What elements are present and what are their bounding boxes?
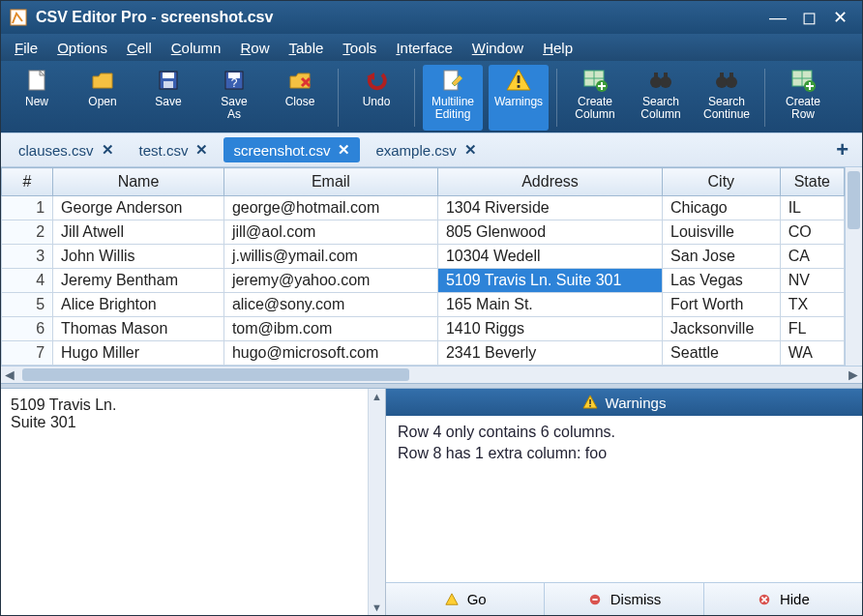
row-number-cell[interactable]: 1	[2, 196, 53, 220]
data-cell[interactable]: Alice Brighton	[53, 293, 224, 317]
menu-cell[interactable]: Cell	[119, 38, 160, 58]
search-continue-button[interactable]: SearchContinue	[697, 65, 757, 131]
data-cell[interactable]: hugo@microsoft.com	[223, 341, 437, 366]
minimize-button[interactable]: —	[763, 7, 792, 28]
tab-test-csv[interactable]: test.csv✕	[130, 137, 219, 162]
warnings-dismiss-button[interactable]: Dismiss	[544, 583, 702, 615]
data-cell[interactable]: San Jose	[663, 245, 781, 269]
data-cell[interactable]: 165 Main St.	[437, 293, 662, 317]
data-cell[interactable]: NV	[780, 269, 844, 293]
menu-column[interactable]: Column	[164, 38, 229, 58]
data-cell[interactable]: Jill Atwell	[53, 220, 224, 245]
data-cell[interactable]: 1410 Riggs	[437, 317, 662, 341]
tab-close-icon[interactable]: ✕	[464, 141, 477, 159]
data-cell[interactable]: 1304 Riverside	[437, 196, 662, 220]
data-cell[interactable]: FL	[780, 317, 844, 341]
row-number-cell[interactable]: 4	[2, 269, 53, 293]
menu-help[interactable]: Help	[535, 38, 580, 58]
data-cell[interactable]: j.willis@ymail.com	[223, 245, 437, 269]
data-cell[interactable]: IL	[780, 196, 844, 220]
column-header-address[interactable]: Address	[437, 168, 662, 196]
warnings-go-button[interactable]: Go	[386, 583, 544, 615]
warnings-hide-button[interactable]: Hide	[703, 583, 862, 615]
data-cell[interactable]: Las Vegas	[663, 269, 781, 293]
tab-example-csv[interactable]: example.csv✕	[366, 137, 486, 162]
save-button[interactable]: Save	[138, 65, 198, 131]
data-cell[interactable]: Chicago	[663, 196, 781, 220]
tab-close-icon[interactable]: ✕	[102, 141, 114, 159]
horizontal-scrollbar[interactable]: ◄►	[1, 366, 862, 383]
open-button[interactable]: Open	[73, 65, 133, 131]
menu-row[interactable]: Row	[232, 38, 277, 58]
table-row[interactable]: 7Hugo Millerhugo@microsoft.com2341 Bever…	[2, 341, 845, 366]
svg-rect-11	[518, 75, 521, 83]
row-number-cell[interactable]: 2	[2, 220, 53, 245]
close-window-button[interactable]: ✕	[825, 7, 854, 28]
data-cell[interactable]: 805 Glenwood	[437, 220, 662, 245]
create-row-button[interactable]: CreateRow	[773, 65, 833, 131]
menu-table[interactable]: Table	[281, 38, 331, 58]
row-number-cell[interactable]: 6	[2, 317, 53, 341]
tab-clauses-csv[interactable]: clauses.csv✕	[9, 137, 124, 162]
column-header-state[interactable]: State	[780, 168, 844, 196]
data-cell[interactable]: TX	[780, 293, 844, 317]
warnings-button[interactable]: Warnings	[489, 65, 549, 131]
multiline-editing-button[interactable]: MultilineEditing	[423, 65, 483, 131]
undo-button[interactable]: Undo	[346, 65, 406, 131]
save-as-button[interactable]: ?SaveAs	[204, 65, 264, 131]
data-cell[interactable]: Jacksonville	[663, 317, 781, 341]
tab-close-icon[interactable]: ✕	[338, 141, 350, 159]
row-number-cell[interactable]: 5	[2, 293, 53, 317]
data-cell[interactable]: CA	[780, 245, 844, 269]
new-button[interactable]: New	[7, 65, 67, 131]
row-number-cell[interactable]: 3	[2, 245, 53, 269]
table-row[interactable]: 3John Willisj.willis@ymail.com10304 Wede…	[2, 245, 845, 269]
maximize-button[interactable]: ◻	[794, 7, 823, 28]
search-column-button[interactable]: SearchColumn	[631, 65, 691, 131]
add-tab-button[interactable]: +	[830, 137, 854, 162]
data-cell[interactable]: Jeremy Bentham	[53, 269, 224, 293]
data-cell[interactable]: WA	[780, 341, 844, 366]
data-cell[interactable]: jill@aol.com	[223, 220, 437, 245]
column-header-#[interactable]: #	[2, 168, 53, 196]
bottom-panes: 5109 Travis Ln. Suite 301 ▲▼ Warnings Ro…	[1, 389, 862, 615]
menu-window[interactable]: Window	[464, 38, 531, 58]
row-number-cell[interactable]: 7	[2, 341, 53, 366]
column-header-name[interactable]: Name	[53, 168, 224, 196]
vertical-scrollbar[interactable]	[845, 167, 862, 366]
table-row[interactable]: 5Alice Brightonalice@sony.com165 Main St…	[2, 293, 845, 317]
data-cell[interactable]: John Willis	[53, 245, 224, 269]
data-cell[interactable]: george@hotmail.com	[223, 196, 437, 220]
data-cell[interactable]: 10304 Wedell	[437, 245, 662, 269]
tab-screenshot-csv[interactable]: screenshot.csv✕	[223, 137, 360, 162]
tab-close-icon[interactable]: ✕	[195, 141, 208, 159]
data-cell[interactable]: jeremy@yahoo.com	[223, 269, 437, 293]
data-cell[interactable]: George Anderson	[53, 196, 224, 220]
column-header-email[interactable]: Email	[223, 168, 437, 196]
menu-interface[interactable]: Interface	[388, 38, 460, 58]
grid-area: #NameEmailAddressCityState1George Anders…	[1, 167, 862, 366]
menu-tools[interactable]: Tools	[335, 38, 384, 58]
data-cell[interactable]: CO	[780, 220, 844, 245]
column-header-city[interactable]: City	[663, 168, 781, 196]
tab-label: screenshot.csv	[233, 142, 330, 159]
data-cell[interactable]: Fort Worth	[663, 293, 781, 317]
data-cell[interactable]: 2341 Beverly	[437, 341, 662, 366]
table-row[interactable]: 1George Andersongeorge@hotmail.com1304 R…	[2, 196, 845, 220]
data-cell[interactable]: alice@sony.com	[223, 293, 437, 317]
table-row[interactable]: 2Jill Atwelljill@aol.com805 GlenwoodLoui…	[2, 220, 845, 245]
data-cell[interactable]: tom@ibm.com	[223, 317, 437, 341]
data-grid[interactable]: #NameEmailAddressCityState1George Anders…	[1, 167, 845, 366]
menu-options[interactable]: Options	[49, 38, 115, 58]
menu-file[interactable]: File	[7, 38, 45, 58]
table-row[interactable]: 4Jeremy Benthamjeremy@yahoo.com5109 Trav…	[2, 269, 845, 293]
table-row[interactable]: 6Thomas Masontom@ibm.com1410 RiggsJackso…	[2, 317, 845, 341]
data-cell[interactable]: Louisville	[663, 220, 781, 245]
create-column-button[interactable]: CreateColumn	[565, 65, 625, 131]
data-cell[interactable]: Thomas Mason	[53, 317, 224, 341]
detail-scrollbar[interactable]: ▲▼	[368, 389, 385, 615]
data-cell[interactable]: 5109 Travis Ln. Suite 301	[437, 269, 662, 293]
data-cell[interactable]: Seattle	[663, 341, 781, 366]
data-cell[interactable]: Hugo Miller	[53, 341, 224, 366]
close-button[interactable]: Close	[270, 65, 330, 131]
